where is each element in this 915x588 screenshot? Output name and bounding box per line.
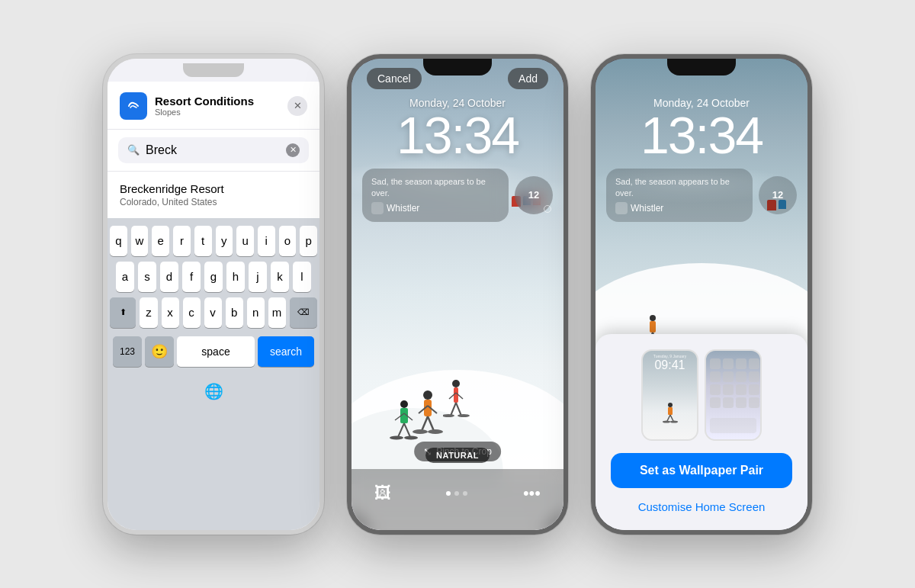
search-icon: 🔍 <box>127 144 140 156</box>
key-i[interactable]: i <box>258 226 275 256</box>
cancel-button[interactable]: Cancel <box>367 68 422 89</box>
lock-screen-time: 13:34 <box>596 109 807 161</box>
app-icon-4 <box>749 358 759 369</box>
wallpaper-preview-row: Tuesday, 9 January 09:41 <box>611 349 792 441</box>
app-icon-13 <box>710 397 721 408</box>
widget-clock-number: 12 <box>528 189 539 201</box>
globe-bar: 🌐 <box>110 375 317 412</box>
key-v[interactable]: v <box>204 297 222 328</box>
widget-clock[interactable]: 12 <box>515 176 553 214</box>
app-title: Resort Conditions <box>155 95 254 108</box>
key-j[interactable]: j <box>249 262 267 292</box>
key-n[interactable]: n <box>247 297 265 328</box>
key-shift[interactable]: ⬆ <box>110 297 136 328</box>
customise-home-button[interactable]: Customise Home Screen <box>611 496 792 518</box>
key-o[interactable]: o <box>279 226 297 256</box>
search-result-item[interactable]: Breckenridge Resort Colorado, United Sta… <box>108 171 319 218</box>
natural-filter-label[interactable]: NATURAL <box>425 448 490 463</box>
app-icon-2 <box>723 358 734 369</box>
svg-rect-3 <box>454 387 458 403</box>
key-y[interactable]: y <box>216 226 233 256</box>
key-d[interactable]: d <box>160 262 178 292</box>
resort-icon <box>615 202 628 214</box>
key-f[interactable]: f <box>182 262 201 292</box>
key-a[interactable]: a <box>116 262 134 292</box>
dot-1 <box>446 491 451 496</box>
key-l[interactable]: l <box>293 262 311 292</box>
app-icon <box>120 92 147 120</box>
key-q[interactable]: q <box>110 226 127 256</box>
app-icon-5 <box>710 371 721 382</box>
more-options-icon[interactable]: ••• <box>523 484 541 503</box>
key-r[interactable]: r <box>173 226 191 256</box>
clear-button[interactable]: ✕ <box>286 143 300 157</box>
clock-number: 12 <box>772 189 783 201</box>
app-icon-16 <box>749 397 759 408</box>
keyboard-row-1: q w e r t y u i o p <box>110 226 317 256</box>
key-w[interactable]: w <box>131 226 149 256</box>
widget-location-icon <box>371 202 384 214</box>
key-search[interactable]: search <box>258 336 314 367</box>
widget-location: Whistler <box>615 202 743 214</box>
key-h[interactable]: h <box>226 262 245 292</box>
key-z[interactable]: z <box>140 297 157 328</box>
svg-point-2 <box>452 380 460 387</box>
svg-point-10 <box>423 390 432 400</box>
notch <box>423 59 492 76</box>
key-m[interactable]: m <box>268 297 286 328</box>
svg-rect-28 <box>650 321 656 333</box>
phone-wallpaper-editor: Monday, 24 October 13:34 Sad, the season… <box>347 54 568 535</box>
key-emoji[interactable]: 🙂 <box>145 336 174 367</box>
lock-screen-preview[interactable]: Tuesday, 9 January 09:41 <box>641 349 698 441</box>
key-p[interactable]: p <box>300 226 317 256</box>
dot-2 <box>454 491 459 496</box>
search-bar-container: 🔍 Breck ✕ <box>108 130 319 171</box>
app-title-block: Resort Conditions Slopes <box>155 95 254 117</box>
key-t[interactable]: t <box>194 226 212 256</box>
keyboard-row-3: ⬆ z x c v b n m ⌫ <box>110 297 317 328</box>
add-button[interactable]: Add <box>508 68 548 89</box>
key-space[interactable]: space <box>177 336 255 367</box>
svg-point-18 <box>400 400 408 408</box>
svg-point-24 <box>390 435 403 439</box>
key-k[interactable]: k <box>271 262 289 292</box>
widget-weather[interactable]: Sad, the season appears to be over. Whis… <box>362 169 509 223</box>
widget-location-name: Whistler <box>387 203 419 214</box>
lock-screen-time: 13:34 <box>352 109 563 161</box>
widget-weather-location: Whistler <box>371 202 499 214</box>
home-dock <box>710 418 756 433</box>
app-icon-8 <box>749 371 759 382</box>
key-e[interactable]: e <box>152 226 169 256</box>
widget-clock: 12 <box>759 176 797 214</box>
key-delete[interactable]: ⌫ <box>290 297 317 328</box>
key-b[interactable]: b <box>226 297 243 328</box>
search-input[interactable]: Breck <box>146 143 280 157</box>
set-wallpaper-button[interactable]: Set as Wallpaper Pair <box>611 453 792 488</box>
search-bar[interactable]: 🔍 Breck ✕ <box>118 137 309 163</box>
app-icon-14 <box>723 397 734 408</box>
preview-inner: Tuesday, 9 January 09:41 <box>643 351 697 439</box>
phone-set-wallpaper: Monday, 24 October 13:34 Sad, the season… <box>591 54 812 535</box>
key-g[interactable]: g <box>204 262 223 292</box>
location-name: Whistler <box>631 203 663 214</box>
keyboard-bottom-row: 123 🙂 space search <box>110 333 317 370</box>
keyboard-row-2: a s d f g h j k l <box>110 262 317 292</box>
result-location: Colorado, United States <box>120 197 307 207</box>
globe-icon[interactable]: 🌐 <box>199 378 228 404</box>
dot-3 <box>463 491 467 496</box>
keyboard: q w e r t y u i o p a s d f g h j k l ⬆ … <box>108 218 319 530</box>
svg-line-5 <box>456 403 461 416</box>
photo-library-icon[interactable]: 🖼 <box>374 484 391 503</box>
widget-row: Sad, the season appears to be over. Whis… <box>362 169 553 223</box>
home-screen-preview[interactable] <box>705 349 762 441</box>
app-icon-15 <box>736 397 746 408</box>
svg-line-20 <box>398 423 404 437</box>
key-s[interactable]: s <box>138 262 156 292</box>
svg-line-4 <box>451 403 456 416</box>
key-numbers[interactable]: 123 <box>113 336 142 367</box>
key-x[interactable]: x <box>162 297 179 328</box>
key-u[interactable]: u <box>236 226 254 256</box>
close-button[interactable]: ✕ <box>287 96 307 116</box>
key-c[interactable]: c <box>183 297 201 328</box>
svg-line-13 <box>428 416 434 431</box>
